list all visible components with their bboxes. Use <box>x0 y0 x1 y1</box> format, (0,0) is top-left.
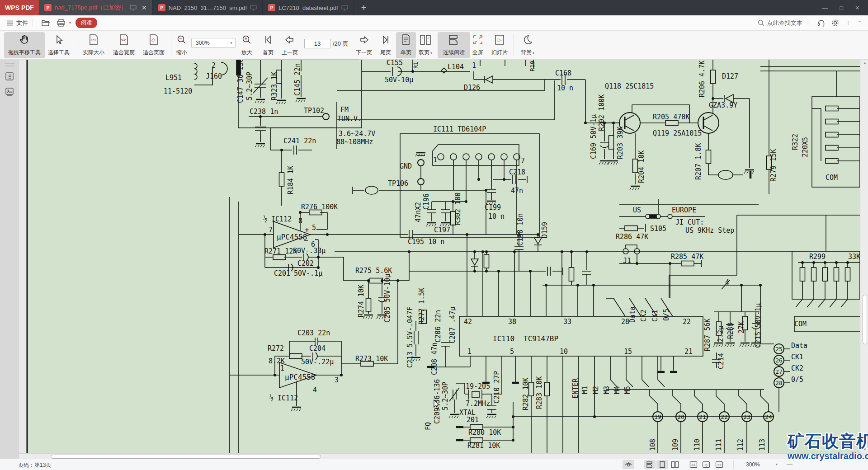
horizontal-scrollbar[interactable] <box>19 453 861 459</box>
svg-text:C169 50V-1μ: C169 50V-1μ <box>590 114 598 159</box>
svg-text:0/5: 0/5 <box>662 309 670 321</box>
zoom-out-button[interactable]: 缩小 <box>172 32 192 58</box>
scroll-down-arrow[interactable]: ▼ <box>863 447 867 451</box>
actual-size-icon: 1:1 <box>689 461 698 468</box>
headset-support-icon[interactable] <box>817 19 825 27</box>
fit-width-button-status[interactable]: <> <box>713 460 725 469</box>
svg-text:21: 21 <box>684 348 693 356</box>
continuous-read-button[interactable]: 连续阅读 <box>438 32 470 58</box>
fit-page-button[interactable]: ◇ 适合页面 <box>139 32 169 58</box>
divider <box>171 34 171 55</box>
send-to-screen-icon[interactable] <box>341 5 348 11</box>
document-viewport[interactable]: L951J16011-51202C147 36-1365.2~30PR323 1… <box>19 60 861 453</box>
first-page-button[interactable]: 首页 <box>258 32 278 58</box>
maximize-button[interactable]: □ <box>840 5 843 11</box>
collapse-toolbar-chevron[interactable]: ⌃ <box>858 20 862 26</box>
outline-list-icon <box>5 72 14 81</box>
read-mode-button[interactable]: 阅读 <box>75 18 97 28</box>
single-page-view-button-status[interactable] <box>656 460 668 469</box>
search-box[interactable]: 点此查找文本 ⋮ <box>758 19 811 27</box>
next-page-button[interactable]: 下一页 <box>352 32 376 58</box>
svg-text:M1: M1 <box>581 386 589 394</box>
scroll-up-arrow[interactable]: ▲ <box>863 61 867 65</box>
file-menu[interactable]: 文件 <box>6 19 28 27</box>
svg-text:1: 1 <box>467 348 472 356</box>
pdf-page[interactable]: L951J16011-51202C147 36-1365.2~30PR323 1… <box>26 60 860 453</box>
fullscreen-button[interactable]: 全屏 <box>468 32 488 58</box>
svg-text:201: 201 <box>467 416 479 424</box>
svg-text:R299: R299 <box>809 253 826 261</box>
svg-text:M5: M5 <box>623 386 632 394</box>
actual-size-label: 实际大小 <box>83 49 104 56</box>
background-button[interactable]: 背景▾ <box>515 32 540 58</box>
svg-text:1:1: 1:1 <box>691 463 696 466</box>
svg-text:112: 112 <box>736 439 745 451</box>
print-icon[interactable] <box>57 19 66 27</box>
send-to-screen-icon[interactable] <box>250 5 257 11</box>
svg-text:3: 3 <box>335 376 339 384</box>
double-page-icon <box>420 34 431 46</box>
select-tool-button[interactable]: 选择工具 <box>44 32 74 58</box>
more-options-dots[interactable]: ⋮ <box>845 19 851 26</box>
vertical-scrollbar[interactable]: ▲ ▼ <box>861 60 868 453</box>
send-to-screen-icon[interactable] <box>130 5 137 11</box>
actual-size-icon: 1:1 <box>88 34 99 46</box>
horizontal-scroll-thumb[interactable] <box>51 455 321 459</box>
status-zoom-caret[interactable]: ▾ <box>776 462 778 466</box>
svg-text:R272: R272 <box>268 344 284 352</box>
sidebar-drag-handle[interactable] <box>5 63 14 64</box>
actual-size-button[interactable]: 1:1 实际大小 <box>79 32 108 58</box>
tab-label: NAD_2150_31…7150_sm.pdf <box>169 5 247 11</box>
svg-text:Data: Data <box>628 306 637 323</box>
settings-gear-icon[interactable] <box>831 19 839 27</box>
svg-text:33: 33 <box>563 318 571 326</box>
image-icon <box>5 87 14 96</box>
double-page-view-button[interactable]: 双页▾ <box>413 32 438 58</box>
actual-size-button-status[interactable]: 1:1 <box>688 460 699 469</box>
page-number-input[interactable] <box>304 39 330 48</box>
new-tab-button[interactable]: + <box>354 0 374 15</box>
tab-document-2[interactable]: P NAD_2150_31…7150_sm.pdf <box>153 0 263 15</box>
fit-width-button[interactable]: <> 适合宽度 <box>109 32 139 58</box>
double-page-view-button-status[interactable] <box>669 460 681 469</box>
first-page-icon <box>263 34 274 46</box>
slideshow-button[interactable]: ▷ 幻灯片 <box>487 32 512 58</box>
outline-panel-button[interactable] <box>0 69 19 84</box>
svg-text:◇: ◇ <box>705 463 708 467</box>
print-dropdown-caret[interactable]: ▾ <box>69 21 71 25</box>
svg-text:1: 1 <box>472 61 476 70</box>
zoom-level-combobox[interactable]: 300% ▾ <box>191 38 236 48</box>
status-zoom-out[interactable]: — <box>787 461 793 468</box>
close-tab-icon[interactable]: ✕ <box>142 4 147 11</box>
vertical-scroll-thumb[interactable] <box>863 295 867 344</box>
tab-document-1[interactable]: P nad_7175pe.pdf（已加密） ✕ <box>39 0 153 15</box>
zoom-combobox-caret[interactable]: ▾ <box>227 41 235 45</box>
moon-icon <box>522 34 533 46</box>
prev-page-button[interactable]: 上一页 <box>278 32 302 58</box>
tab-document-3[interactable]: P LC7218_datasheet.pdf <box>263 0 354 15</box>
last-page-button[interactable]: 尾页 <box>375 32 396 58</box>
svg-text:23: 23 <box>743 414 750 420</box>
svg-text:1: 1 <box>433 156 437 164</box>
svg-text:R283 10K: R283 10K <box>535 376 543 409</box>
svg-text:C206 22n: C206 22n <box>434 310 442 343</box>
svg-text:M2: M2 <box>592 386 600 394</box>
svg-text:C205 50V-10μ: C205 50V-10μ <box>383 274 392 323</box>
svg-text:20: 20 <box>677 414 684 420</box>
zoom-in-button[interactable]: 放大 <box>237 32 257 58</box>
toolbar: 拖拽平移工具 选择工具 1:1 实际大小 <> 适合宽度 ◇ 适合页面 缩小 3… <box>0 31 868 60</box>
thumbnails-panel-button[interactable] <box>0 84 19 99</box>
eye-protection-button[interactable] <box>623 460 634 469</box>
close-window-button[interactable]: ✕ <box>855 5 860 11</box>
svg-text:R204 10K: R204 10K <box>637 150 646 183</box>
minimize-button[interactable]: — <box>822 5 828 11</box>
svg-text:C213 5.5V-.047F: C213 5.5V-.047F <box>406 307 414 368</box>
drag-pan-tool-button[interactable]: 拖拽平移工具 <box>4 32 45 58</box>
svg-text:C208 47n: C208 47n <box>430 343 439 375</box>
continuous-view-button[interactable] <box>644 460 656 469</box>
divider <box>514 34 514 55</box>
svg-text:4: 4 <box>313 386 317 394</box>
svg-text:R271 12K: R271 12K <box>264 247 297 255</box>
fit-page-button-status[interactable]: ◇ <box>700 460 712 469</box>
open-folder-icon[interactable] <box>41 19 50 27</box>
